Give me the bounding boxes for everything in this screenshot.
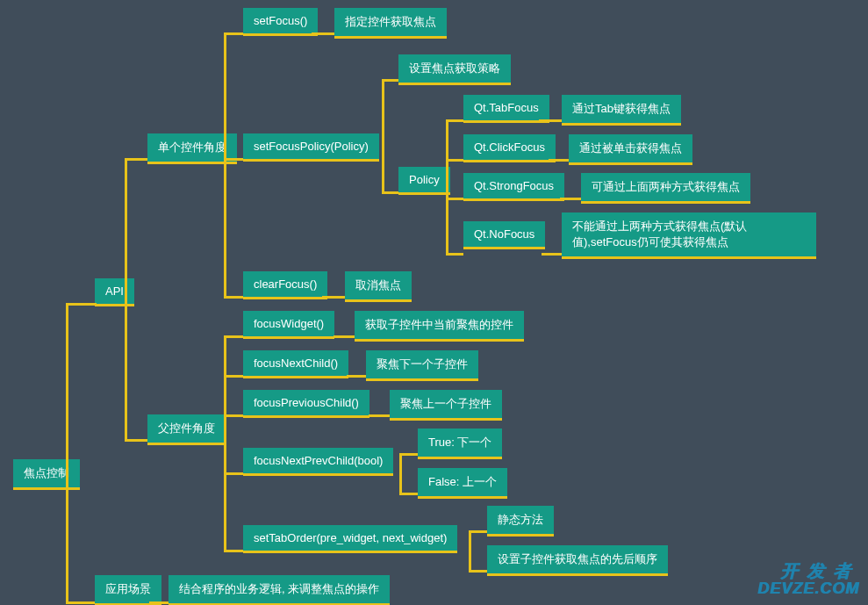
- connector: [224, 335, 226, 550]
- node-focusnextchild-desc: 聚焦下一个子控件: [366, 350, 478, 381]
- connector: [224, 472, 243, 475]
- connector: [369, 414, 390, 417]
- connector: [149, 601, 169, 604]
- connector: [125, 439, 147, 442]
- connector: [224, 335, 243, 338]
- connector: [560, 198, 581, 200]
- connector: [66, 601, 95, 604]
- connector: [334, 335, 355, 338]
- node-strongfocus-desc: 可通过上面两种方式获得焦点: [581, 173, 750, 204]
- connector: [66, 303, 68, 604]
- node-setfocuspolicy: setFocusPolicy(Policy): [243, 133, 379, 162]
- connector: [224, 32, 243, 35]
- connector: [66, 303, 97, 306]
- node-nofocus: Qt.NoFocus: [463, 221, 545, 249]
- connector: [399, 493, 418, 495]
- connector: [224, 296, 243, 299]
- node-clearfocus-desc: 取消焦点: [345, 271, 412, 302]
- node-setfocus: setFocus(): [243, 8, 318, 36]
- connector: [446, 119, 463, 122]
- connector: [224, 375, 243, 378]
- connector: [382, 191, 398, 194]
- connector: [224, 550, 243, 552]
- connector: [446, 198, 463, 200]
- connector: [469, 570, 487, 573]
- node-focusnextprevchild: focusNextPrevChild(bool): [243, 448, 393, 476]
- node-tabfocus-desc: 通过Tab键获得焦点: [562, 95, 681, 126]
- node-policy: Policy: [398, 167, 450, 195]
- connector: [312, 32, 334, 35]
- node-clearfocus: clearFocus(): [243, 271, 327, 299]
- watermark: 开发者 DEVZE.COM: [757, 559, 859, 598]
- node-focuswidget-desc: 获取子控件中当前聚焦的控件: [355, 311, 524, 342]
- connector: [469, 530, 487, 533]
- node-settaborder: setTabOrder(pre_widget, next_widget): [243, 525, 457, 553]
- node-api: API: [95, 278, 134, 306]
- connector: [125, 158, 147, 161]
- connector: [469, 530, 471, 570]
- node-parent: 父控件角度: [147, 414, 226, 445]
- connector: [347, 375, 366, 378]
- connector: [224, 414, 243, 417]
- connector: [446, 159, 463, 162]
- node-focuspreviouschild: focusPreviousChild(): [243, 390, 369, 418]
- node-settaborder-desc1: 静态方法: [487, 506, 554, 537]
- node-focuspreviouschild-desc: 聚焦上一个子控件: [390, 390, 502, 421]
- connector: [539, 119, 562, 122]
- node-setfocus-desc: 指定控件获取焦点: [334, 8, 447, 39]
- watermark-en: DEVZE.COM: [757, 580, 859, 598]
- node-fnp-false: False: 上一个: [418, 468, 507, 499]
- connector: [125, 158, 127, 442]
- node-scene: 应用场景: [95, 575, 161, 605]
- node-clickfocus-desc: 通过被单击获得焦点: [569, 134, 692, 165]
- node-scene-desc: 结合程序的业务逻辑, 来调整焦点的操作: [169, 575, 390, 605]
- connector: [382, 79, 384, 191]
- node-focusnextchild: focusNextChild(): [243, 350, 348, 378]
- connector: [549, 159, 569, 162]
- connector: [382, 79, 398, 82]
- node-nofocus-desc: 不能通过上两种方式获得焦点(默认值),setFocus仍可使其获得焦点: [562, 212, 816, 259]
- connector: [224, 32, 226, 296]
- node-settaborder-desc2: 设置子控件获取焦点的先后顺序: [487, 545, 668, 576]
- connector: [322, 296, 345, 299]
- node-clickfocus: Qt.ClickFocus: [463, 134, 556, 162]
- connector: [446, 253, 463, 256]
- connector: [446, 119, 448, 256]
- node-focuswidget: focusWidget(): [243, 311, 334, 339]
- node-setfocuspolicy-desc: 设置焦点获取策略: [398, 54, 511, 85]
- connector: [542, 253, 562, 256]
- connector: [224, 158, 243, 161]
- node-root: 焦点控制: [13, 459, 80, 490]
- connector: [399, 453, 418, 456]
- node-fnp-true: True: 下一个: [418, 429, 502, 459]
- node-strongfocus: Qt.StrongFocus: [463, 173, 564, 201]
- connector: [399, 453, 402, 493]
- node-tabfocus: Qt.TabFocus: [463, 95, 549, 123]
